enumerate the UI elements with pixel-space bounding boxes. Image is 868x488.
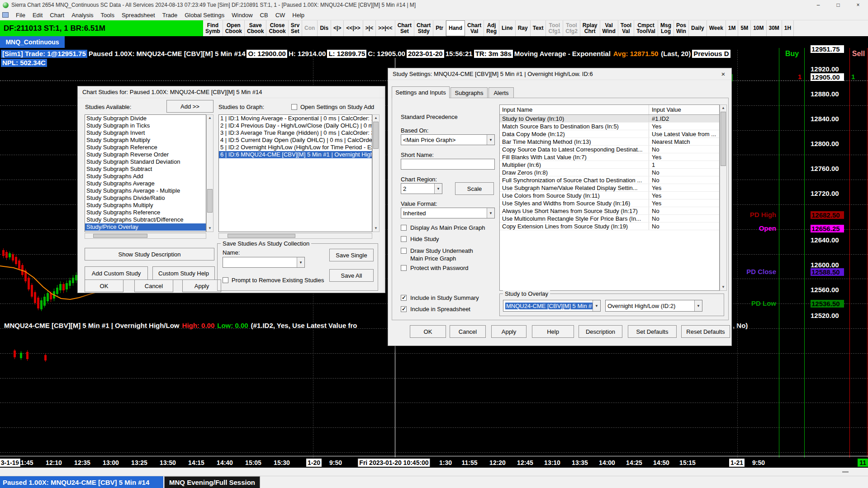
available-study-item[interactable]: Study Subgraphs Add [85,173,206,180]
input-row[interactable]: Data Copy Mode (In:12)Use Latest Value f… [500,130,719,138]
available-study-item[interactable]: Study Subgraph in Ticks [85,122,206,129]
input-row[interactable]: Copy Source Data to Latest Corresponding… [500,146,719,153]
input-row[interactable]: Use Subgraph Name/Value Related Display … [500,184,719,192]
show-study-description-button[interactable]: Show Study Description [85,248,214,261]
settings-apply-button[interactable]: Apply [491,325,526,338]
tab-subgraphs[interactable]: Subgraphs [451,87,488,98]
based-on-combobox[interactable]: <Main Price Graph>▼ [401,134,495,145]
custom-study-help-button[interactable]: Custom Study Help [152,266,215,280]
available-study-item[interactable]: Study Subgraphs Divide/Ratio [85,194,206,202]
available-study-item[interactable]: Study Subgraphs Average [85,180,206,187]
chevron-down-icon[interactable]: ▼ [297,257,304,267]
input-name-column-header[interactable]: Input Name [500,105,649,114]
available-study-item[interactable]: Study Subgraph Reference [85,144,206,151]
save-single-button[interactable]: Save Single [329,249,374,261]
checkbox-protect-with-password[interactable] [401,265,407,271]
available-list-hscrollbar[interactable] [85,233,206,239]
graphed-study-item[interactable]: 2 | ID:4 Previous Day - High/Low/Close (… [219,122,372,129]
input-value-column-header[interactable]: Input Value [649,105,719,114]
graph-list-hscrollbar[interactable] [218,233,372,239]
chevron-down-icon[interactable]: ▼ [487,208,494,218]
scale-button[interactable]: Scale [455,182,494,195]
graphed-study-item[interactable]: 6 | ID:6 MNQU24-CME [CBV][M] 5 Min #1 | … [219,151,372,158]
inputs-table[interactable]: Input Name Input Value Study to Overlay … [499,104,720,291]
graphed-study-item[interactable]: 5 | ID:2 Overnight High/Low (High/Low fo… [219,144,372,151]
settings-cancel-button[interactable]: Cancel [450,325,486,338]
available-study-item[interactable]: Study Subgraphs Multiply [85,202,206,209]
chevron-down-icon[interactable]: ▼ [434,184,442,194]
graphed-study-item[interactable]: 3 | ID:3 Average True Range (Hidden) | 0… [219,129,372,137]
graphed-study-item[interactable]: 4 | ID:5 Current Day Open (Daily OHLC) |… [219,137,372,144]
checkbox-hide-study[interactable] [401,236,407,242]
available-study-item[interactable]: Study Subgraphs Average - Multiple [85,187,206,194]
graph-list-scrollbar[interactable]: ▲▼ [372,114,379,232]
chart-region-combobox[interactable]: 2▼ [401,183,442,194]
available-study-item[interactable]: Study Subgraphs Subtract/Difference [85,216,206,223]
collection-name-combobox[interactable]: ▼ [223,257,305,268]
sell-button[interactable]: Sell [849,50,868,58]
scrollbar-handle[interactable] [842,471,849,473]
available-study-item[interactable]: Study Subgraph Reverse Order [85,151,206,158]
settings-help-button[interactable]: Help [532,325,574,338]
time-axis[interactable]: 3-1-1911:4512:1012:3513:0013:2513:5014:1… [0,458,868,468]
settings-ok-button[interactable]: OK [410,325,446,338]
save-all-button[interactable]: Save All [329,269,374,282]
input-row[interactable]: Fill Blanks With Last Value (In:7)Yes [500,153,719,161]
checkbox-include-in-study-summary[interactable] [401,295,407,301]
studies-ok-button[interactable]: OK [85,280,123,292]
input-row[interactable]: Always Use Short Names from Source Study… [500,207,719,215]
input-row[interactable]: Copy Extension Lines from Source Study (… [500,223,719,230]
studies-cancel-button[interactable]: Cancel [134,280,173,292]
checkbox-label: Protect with Password [410,265,469,271]
study-settings-dialog-title[interactable]: Study Settings: MNQU24-CME [CBV][M] 5 Mi… [388,68,731,80]
available-study-item[interactable]: Study Subgraph Standard Deviation [85,158,206,166]
available-list-scrollbar[interactable]: ▲▼ [206,114,213,232]
chevron-down-icon[interactable]: ▼ [694,300,702,311]
input-row[interactable]: Bar Time Matching Method (In:13)Nearest … [500,138,719,146]
short-name-input[interactable] [401,159,495,170]
prompt-remove-checkbox[interactable] [223,277,228,283]
input-row[interactable]: Multiplier (In:6)1 [500,161,719,169]
value-format-label: Value Format: [401,200,437,207]
input-row[interactable]: Study to Overlay (In:10)#1.ID2 [500,115,719,123]
input-row[interactable]: Use Colors from Source Study (In:11)Yes [500,192,719,199]
time-axis-label: 14:40 [217,459,233,467]
input-row[interactable]: Use Styles and Widths from Source Study … [500,199,719,207]
settings-set-defaults-button[interactable]: Set Defaults [628,325,677,338]
tab-alerts[interactable]: Alerts [489,87,514,98]
add-custom-study-button[interactable]: Add Custom Study [85,266,148,280]
studies-apply-button[interactable]: Apply [182,280,221,292]
available-study-item[interactable]: Study Subgraph Subtract [85,166,206,173]
settings-reset-defaults-button[interactable]: Reset Defaults [681,325,730,338]
input-row[interactable]: Use Multicolumn Rectangle Style For Pric… [500,215,719,223]
chart-studies-dialog-title[interactable]: Chart Studies for: Paused 1.00X: MNQU24-… [78,86,385,98]
available-study-item[interactable]: Study/Price Overlay [85,223,206,231]
overlay-source-chart-combobox[interactable]: MNQU24-CME [CBV][M] 5 Min #▼ [503,300,601,312]
available-study-item[interactable]: Study Subgraph Multiply [85,137,206,144]
horizontal-scrollbar-strip[interactable] [0,468,868,476]
graphed-study-item[interactable]: 1 | ID:1 Moving Average - Exponential | … [219,115,372,122]
available-study-item[interactable]: Study Subgraph Invert [85,129,206,137]
available-study-item[interactable]: Study Subgraph Divide [85,115,206,122]
tab-settings-and-inputs[interactable]: Settings and Inputs [392,86,450,98]
studies-to-graph-list[interactable]: 1 | ID:1 Moving Average - Exponential | … [218,114,372,232]
close-icon[interactable]: × [719,70,728,78]
checkbox-draw-study-underneath[interactable] [401,248,407,254]
open-settings-on-add-checkbox[interactable] [291,104,297,110]
buy-button[interactable]: Buy [781,50,803,58]
studies-available-list[interactable]: Study Subgraph DivideStudy Subgraph in T… [85,114,206,232]
input-row[interactable]: Draw Zeros (In:8)No [500,169,719,176]
available-study-item[interactable]: Study Subgraphs Reference [85,209,206,216]
time-axis-label: 13:25 [131,459,147,467]
input-row[interactable]: Match Source Bars to Destination Bars (I… [500,123,719,130]
input-row[interactable]: Full Synchronization of Source Chart to … [500,176,719,184]
checkbox-include-in-spreadsheet[interactable] [401,306,407,312]
add-study-button[interactable]: Add >> [166,100,213,113]
checkbox-display-as-main-price-graph[interactable] [401,225,407,231]
value-format-combobox[interactable]: Inherited▼ [401,208,495,218]
chevron-down-icon[interactable]: ▼ [487,135,494,145]
inputs-table-scrollbar[interactable]: ▲▼ [720,104,727,291]
overlay-source-study-combobox[interactable]: Overnight High/Low (ID:2)▼ [605,300,702,312]
settings-description-button[interactable]: Description [579,325,622,338]
chevron-down-icon[interactable]: ▼ [593,300,600,311]
